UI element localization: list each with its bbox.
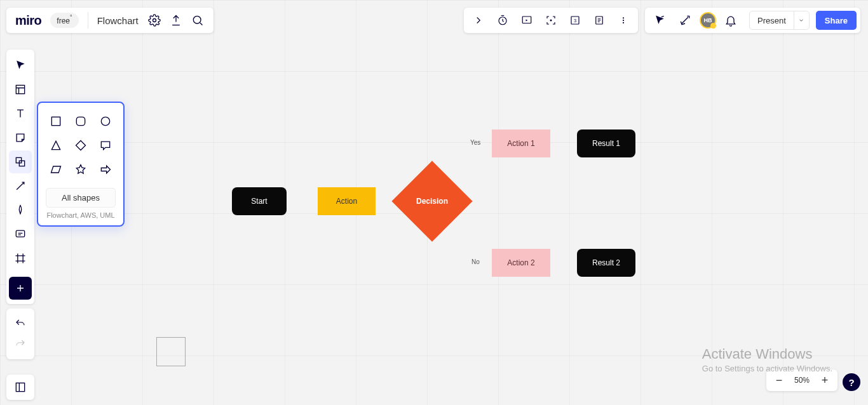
node-action1[interactable]: Action 1 xyxy=(492,129,550,157)
tool-connector[interactable] xyxy=(9,175,32,197)
svg-point-14 xyxy=(623,22,624,23)
node-action[interactable]: Action xyxy=(318,187,376,215)
node-result2[interactable]: Result 2 xyxy=(577,249,635,277)
share-button[interactable]: Share xyxy=(816,11,857,30)
tool-select[interactable] xyxy=(9,54,32,77)
svg-rect-18 xyxy=(16,230,24,237)
shape-parallelogram[interactable] xyxy=(47,163,64,176)
reactions-icon[interactable] xyxy=(674,10,696,31)
svg-point-22 xyxy=(102,117,110,125)
search-icon[interactable] xyxy=(187,10,208,31)
shape-arrow-right[interactable] xyxy=(97,163,114,176)
tool-shapes[interactable] xyxy=(9,150,32,173)
node-result1[interactable]: Result 1 xyxy=(577,129,635,157)
topbar-right: HB Present Share xyxy=(645,8,860,33)
svg-rect-21 xyxy=(76,117,85,125)
shape-star[interactable] xyxy=(72,163,89,176)
svg-point-8 xyxy=(550,20,552,22)
zoom-control: − 50% + xyxy=(766,369,837,391)
zoom-out-button[interactable]: − xyxy=(770,371,788,389)
edge-label-yes: Yes xyxy=(470,139,480,146)
logo[interactable]: miro xyxy=(11,13,45,28)
tool-pen[interactable] xyxy=(9,199,32,222)
svg-rect-19 xyxy=(16,383,24,391)
node-action2[interactable]: Action 2 xyxy=(492,249,550,277)
svg-rect-16 xyxy=(16,157,21,163)
tool-text[interactable] xyxy=(9,102,32,125)
zoom-in-button[interactable]: + xyxy=(816,371,834,389)
help-button[interactable]: ? xyxy=(843,373,860,391)
svg-point-13 xyxy=(623,20,624,21)
node-decision[interactable]: Decision xyxy=(403,173,461,230)
svg-text:3: 3 xyxy=(574,18,576,23)
tool-comment[interactable] xyxy=(9,223,32,246)
shape-triangle[interactable] xyxy=(47,138,64,152)
left-toolbar xyxy=(6,50,34,304)
all-shapes-button[interactable]: All shapes xyxy=(46,188,116,208)
undo-button[interactable] xyxy=(9,314,32,334)
focus-icon[interactable] xyxy=(540,10,562,31)
shape-speech-bubble[interactable] xyxy=(97,138,114,152)
tool-frame[interactable] xyxy=(9,247,32,270)
shape-circle[interactable] xyxy=(97,114,114,128)
svg-point-12 xyxy=(623,17,624,18)
export-icon[interactable] xyxy=(165,10,187,31)
shapes-popover: All shapes Flowchart, AWS, UML xyxy=(37,102,125,227)
edge-label-no: No xyxy=(471,258,480,265)
board-name[interactable]: Flowchart xyxy=(92,15,144,26)
svg-rect-20 xyxy=(51,117,60,125)
svg-point-4 xyxy=(153,19,156,22)
topbar-center: 3 xyxy=(464,8,638,33)
more-icon[interactable] xyxy=(613,10,634,31)
zoom-percent[interactable]: 50% xyxy=(792,376,812,385)
frames-icon[interactable]: 3 xyxy=(564,10,586,31)
notifications-icon[interactable] xyxy=(720,10,742,31)
tool-templates[interactable] xyxy=(9,78,32,101)
svg-rect-17 xyxy=(19,161,24,166)
shape-square[interactable] xyxy=(47,114,64,128)
shapes-subtitle: Flowchart, AWS, UML xyxy=(43,211,118,219)
shape-diamond[interactable] xyxy=(72,138,89,152)
svg-point-5 xyxy=(193,16,201,23)
drawing-shape-preview[interactable] xyxy=(156,337,186,366)
node-start[interactable]: Start xyxy=(232,187,287,215)
notes-icon[interactable] xyxy=(588,10,610,31)
shape-rounded-rectangle[interactable] xyxy=(72,114,89,128)
shape-grid xyxy=(43,112,118,183)
tool-more[interactable] xyxy=(9,277,32,300)
present-button[interactable]: Present xyxy=(749,11,810,30)
settings-icon[interactable] xyxy=(144,10,165,31)
undo-redo-panel xyxy=(6,309,34,359)
timer-icon[interactable] xyxy=(492,10,513,31)
collapse-icon[interactable] xyxy=(468,10,489,31)
tool-sticky[interactable] xyxy=(9,126,32,149)
topbar-left: miro free° Flowchart xyxy=(6,8,214,33)
svg-rect-15 xyxy=(16,85,24,93)
avatar[interactable]: HB xyxy=(700,12,716,29)
redo-button[interactable] xyxy=(9,334,32,354)
presentation-icon[interactable] xyxy=(516,10,538,31)
open-panel-button[interactable] xyxy=(6,375,34,400)
cursor-tracking-icon[interactable] xyxy=(649,10,670,31)
chevron-down-icon[interactable] xyxy=(794,11,809,29)
plan-pill[interactable]: free° xyxy=(50,13,78,28)
